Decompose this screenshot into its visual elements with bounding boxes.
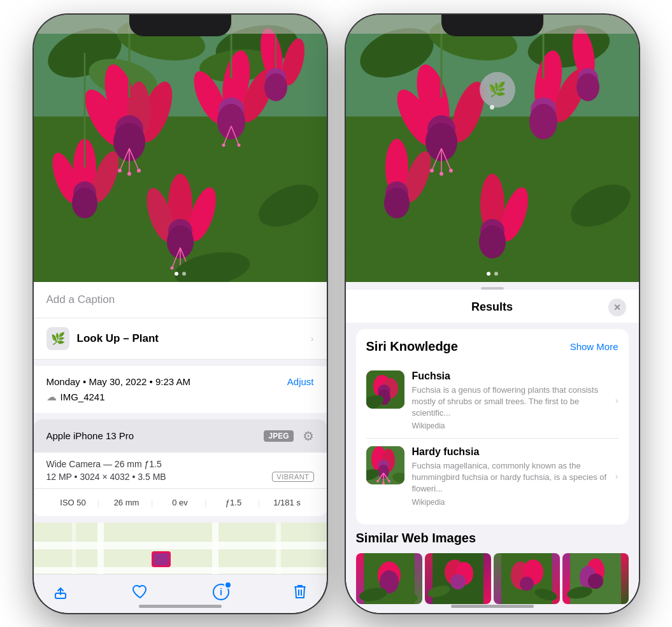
trash-icon[interactable] — [293, 584, 307, 600]
results-title: Results — [376, 300, 608, 314]
right-home-indicator — [451, 605, 534, 608]
cloud-icon: ☁ — [46, 391, 57, 403]
resolution: 12 MP • 3024 × 4032 • 3.5 MB — [46, 472, 166, 482]
exif-iso: ISO 50 — [46, 495, 100, 510]
exif-aperture: ƒ1.5 — [207, 495, 261, 510]
similar-image-4[interactable] — [562, 553, 629, 604]
similar-web-images-section: Similar Web Images — [346, 531, 639, 604]
hardy-fuchsia-thumbnail — [366, 446, 404, 484]
svg-point-123 — [382, 482, 385, 484]
results-header: Results ✕ — [346, 290, 639, 323]
svg-point-36 — [264, 73, 287, 101]
home-indicator — [139, 605, 222, 608]
flower-image-right: 🌿 — [346, 15, 639, 282]
vibrant-badge: VIBRANT — [272, 472, 313, 482]
device-name: Apple iPhone 13 Pro — [46, 430, 134, 441]
svg-point-101 — [479, 225, 506, 258]
hardy-fuchsia-chevron-icon: › — [615, 471, 618, 481]
chevron-right-icon: › — [311, 334, 314, 344]
hardy-fuchsia-name: Hardy fuchsia — [412, 446, 608, 458]
svg-rect-58 — [34, 567, 327, 574]
svg-point-84 — [430, 169, 434, 173]
siri-knowledge-section: Siri Knowledge Show More — [356, 329, 629, 525]
right-page-indicator — [487, 272, 498, 276]
svg-point-145 — [588, 574, 603, 589]
visual-lookup-dot — [490, 105, 494, 109]
page-indicator — [175, 272, 186, 276]
svg-point-124 — [388, 480, 390, 483]
knowledge-card-hardy-fuchsia[interactable]: Hardy fuchsia Fuchsia magellanica, commo… — [366, 439, 618, 514]
siri-knowledge-title: Siri Knowledge — [366, 339, 458, 354]
fuchsia-source: Wikipedia — [412, 421, 608, 430]
similar-images-grid — [356, 553, 629, 604]
metadata-section: Monday • May 30, 2022 • 9:23 AM Adjust ☁… — [34, 366, 327, 413]
filename: IMG_4241 — [61, 391, 105, 402]
fuchsia-desc: Fuchsia is a genus of flowering plants t… — [412, 384, 608, 419]
svg-point-97 — [576, 73, 599, 101]
format-badge: JPEG — [264, 430, 293, 442]
settings-icon[interactable]: ⚙ — [303, 428, 314, 444]
map-thumbnail[interactable] — [34, 523, 327, 574]
svg-rect-59 — [97, 523, 104, 574]
left-phone: Add a Caption 🌿 Look Up – Plant › Monday — [34, 15, 327, 613]
svg-point-18 — [137, 169, 141, 173]
svg-point-86 — [449, 169, 453, 173]
lookup-row[interactable]: 🌿 Look Up – Plant › — [34, 318, 327, 360]
svg-rect-57 — [34, 542, 327, 549]
similar-image-2[interactable] — [425, 553, 491, 604]
svg-point-85 — [440, 172, 443, 176]
adjust-link[interactable]: Adjust — [287, 376, 314, 387]
similar-image-3[interactable] — [494, 553, 560, 604]
caption-area[interactable]: Add a Caption — [34, 282, 327, 318]
flower-image-left — [34, 15, 327, 282]
camera-type: Wide Camera — 26 mm ƒ1.5 — [46, 459, 314, 469]
hardy-fuchsia-desc: Fuchsia magellanica, commonly known as t… — [412, 460, 608, 495]
notch — [129, 15, 231, 36]
heart-icon[interactable] — [132, 584, 148, 600]
fuchsia-name: Fuchsia — [412, 370, 608, 382]
svg-point-122 — [376, 480, 379, 483]
exif-shutter: 1/181 s — [261, 495, 314, 510]
exif-ev: 0 ev — [154, 495, 207, 510]
visual-lookup-button[interactable]: 🌿 — [480, 72, 515, 108]
svg-point-27 — [237, 143, 240, 146]
svg-point-23 — [217, 104, 245, 139]
svg-rect-60 — [212, 523, 218, 574]
svg-point-135 — [450, 574, 466, 589]
svg-point-16 — [118, 169, 122, 173]
date-text: Monday • May 30, 2022 • 9:23 AM — [46, 376, 190, 387]
svg-point-94 — [384, 188, 410, 218]
results-panel: Results ✕ Siri Knowledge Show More — [346, 282, 639, 613]
exif-row: ISO 50 26 mm 0 ev ƒ1.5 1/181 s — [34, 488, 327, 516]
device-section: Apple iPhone 13 Pro JPEG ⚙ Wide Camera —… — [34, 419, 327, 516]
lookup-icon: 🌿 — [46, 327, 69, 350]
svg-point-140 — [520, 577, 534, 591]
lookup-text: Look Up – Plant — [77, 332, 159, 345]
info-panel: Add a Caption 🌿 Look Up – Plant › Monday — [34, 282, 327, 574]
show-more-link[interactable]: Show More — [570, 341, 618, 352]
exif-focal: 26 mm — [100, 495, 154, 510]
device-header: Apple iPhone 13 Pro JPEG ⚙ — [34, 419, 327, 453]
hardy-fuchsia-source: Wikipedia — [412, 498, 608, 507]
right-notch — [441, 15, 543, 36]
svg-point-32 — [72, 188, 97, 218]
similar-image-1[interactable] — [356, 553, 422, 604]
close-button[interactable]: ✕ — [608, 299, 626, 316]
share-icon[interactable] — [53, 584, 68, 600]
svg-rect-62 — [72, 523, 76, 574]
knowledge-card-fuchsia[interactable]: Fuchsia Fuchsia is a genus of flowering … — [366, 363, 618, 439]
caption-placeholder: Add a Caption — [46, 293, 115, 306]
fuchsia-thumbnail — [366, 370, 404, 409]
info-button[interactable]: i — [213, 584, 229, 600]
info-badge — [224, 581, 232, 589]
fuchsia-chevron-icon: › — [615, 395, 618, 405]
similar-images-title: Similar Web Images — [356, 531, 629, 546]
svg-point-17 — [127, 172, 131, 176]
svg-rect-64 — [154, 553, 169, 565]
svg-point-45 — [170, 266, 173, 269]
svg-rect-61 — [276, 523, 281, 574]
svg-text:i: i — [220, 587, 222, 597]
svg-point-26 — [222, 143, 225, 146]
svg-point-90 — [529, 104, 557, 139]
right-phone: 🌿 Results — [346, 15, 639, 613]
